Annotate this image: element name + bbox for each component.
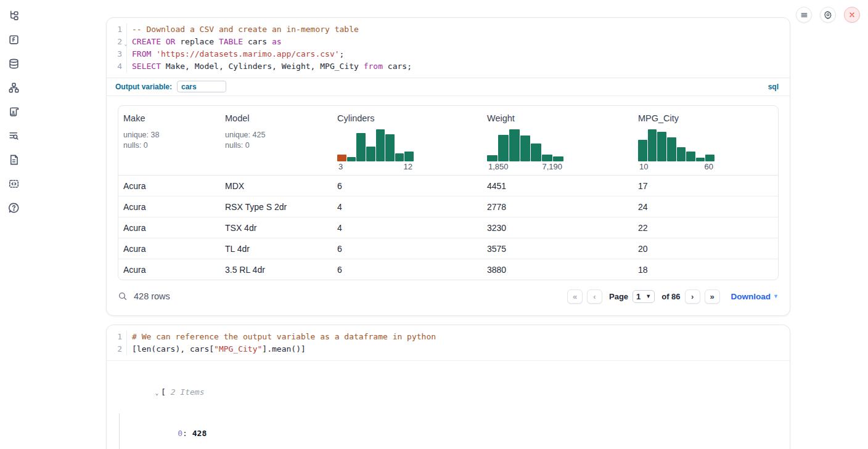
histogram-bar bbox=[404, 152, 414, 161]
histogram-bar bbox=[648, 129, 657, 161]
sql-comment: -- Download a CSV and create an in-memor… bbox=[132, 25, 359, 34]
axis-max-label: 7,190 bbox=[542, 162, 562, 171]
datasources-icon[interactable] bbox=[7, 57, 20, 70]
cell-make: Acura bbox=[118, 259, 220, 280]
sql-editor[interactable]: 1 -- Download a CSV and create an in-mem… bbox=[107, 18, 790, 78]
column-stat: nulls: 0 bbox=[225, 140, 327, 151]
axis-min-label: 3 bbox=[338, 162, 343, 171]
menu-button[interactable] bbox=[796, 7, 812, 23]
table-row[interactable]: Acura RSX Type S 2dr 4 2778 24 bbox=[118, 196, 778, 217]
sql-token: SELECT bbox=[132, 62, 166, 71]
cell-mpg-city: 18 bbox=[633, 259, 778, 280]
output-variable-input[interactable] bbox=[177, 81, 226, 92]
column-header-model[interactable]: Model unique: 425 nulls: 0 bbox=[220, 106, 332, 175]
language-badge: sql bbox=[768, 83, 779, 91]
histogram-bar bbox=[347, 157, 356, 161]
documentation-icon[interactable] bbox=[7, 153, 20, 166]
download-label: Download bbox=[731, 292, 771, 301]
sql-token: OR bbox=[166, 37, 180, 46]
help-icon[interactable] bbox=[7, 201, 20, 214]
cell-weight: 3230 bbox=[482, 217, 633, 238]
cell-cylinders: 6 bbox=[332, 259, 482, 280]
cell-model: TSX 4dr bbox=[220, 217, 332, 238]
cell-cylinders: 6 bbox=[332, 238, 482, 259]
column-header-make[interactable]: Make unique: 38 nulls: 0 bbox=[118, 106, 220, 175]
histogram-bar bbox=[553, 156, 563, 161]
table-row[interactable]: Acura TSX 4dr 4 3230 22 bbox=[118, 217, 778, 238]
column-label: Weight bbox=[487, 113, 628, 123]
mpg-city-histogram[interactable]: 10 60 bbox=[638, 129, 714, 171]
dependency-graph-icon[interactable] bbox=[7, 81, 20, 94]
table-row[interactable]: Acura 3.5 RL 4dr 6 3880 18 bbox=[118, 259, 778, 280]
sql-token: Make, Model, Cylinders, Weight, MPG_City bbox=[166, 62, 364, 71]
settings-button[interactable] bbox=[820, 7, 836, 23]
histogram-bar bbox=[385, 134, 395, 161]
cell-cylinders: 6 bbox=[332, 176, 482, 196]
cell-model: RSX Type S 2dr bbox=[220, 196, 332, 217]
column-header-mpg-city[interactable]: MPG_City 10 60 bbox=[633, 106, 778, 175]
sql-token: from bbox=[364, 62, 383, 71]
page-value: 1 bbox=[636, 292, 641, 301]
python-token: ].mean()] bbox=[262, 344, 305, 354]
sql-token: TABLE bbox=[219, 37, 248, 46]
output-variable-bar: Output variable: sql bbox=[107, 78, 790, 95]
weight-histogram[interactable]: 1,850 7,190 bbox=[487, 129, 563, 171]
cell-model: TL 4dr bbox=[220, 238, 332, 259]
histogram-bar bbox=[498, 135, 509, 161]
entry-separator: : bbox=[182, 429, 192, 438]
line-number: 2 bbox=[107, 343, 127, 355]
cylinders-histogram[interactable]: 3 12 bbox=[337, 129, 414, 171]
column-header-weight[interactable]: Weight 1,850 7,190 bbox=[482, 106, 633, 175]
pagination: « ‹ Page 1 ▼ of 86 › » bbox=[567, 289, 720, 304]
python-string: "MPG_City" bbox=[214, 344, 262, 354]
snippets-icon[interactable] bbox=[7, 177, 20, 190]
line-number: 4 bbox=[107, 60, 127, 73]
prev-page-button[interactable]: ‹ bbox=[587, 289, 602, 304]
cell-mpg-city: 20 bbox=[633, 238, 778, 259]
histogram-bar bbox=[395, 153, 404, 161]
next-page-button[interactable]: › bbox=[685, 289, 700, 304]
python-editor[interactable]: 1 # We can reference the output variable… bbox=[107, 325, 790, 360]
first-page-button[interactable]: « bbox=[567, 289, 583, 304]
histogram-bar bbox=[531, 144, 541, 161]
sql-token: FROM bbox=[132, 49, 156, 59]
entry-value: 428 bbox=[192, 429, 207, 438]
page-count-label: of 86 bbox=[661, 292, 680, 301]
file-explorer-icon[interactable] bbox=[7, 9, 20, 22]
logs-icon[interactable] bbox=[7, 129, 20, 142]
table-row[interactable]: Acura MDX 6 4451 17 bbox=[118, 176, 778, 196]
sql-output: Make unique: 38 nulls: 0 Model unique: 4… bbox=[107, 95, 790, 315]
scratchpad-icon[interactable] bbox=[7, 105, 20, 118]
histogram-bar bbox=[638, 140, 647, 161]
python-output-tree: ⌄[ 2 Items 0: 428 1: 20.060747663551403 … bbox=[107, 360, 790, 449]
table-row[interactable]: Acura TL 4dr 6 3575 20 bbox=[118, 238, 778, 259]
cell-weight: 2778 bbox=[482, 196, 633, 217]
search-icon[interactable] bbox=[118, 291, 128, 301]
cell-make: Acura bbox=[118, 217, 220, 238]
chevron-down-icon: ▼ bbox=[645, 293, 651, 299]
output-variable-label: Output variable: bbox=[115, 83, 172, 91]
bracket-open: [ bbox=[161, 387, 166, 397]
histogram-bar bbox=[356, 133, 366, 161]
cell-model: 3.5 RL 4dr bbox=[220, 259, 332, 280]
cell-make: Acura bbox=[118, 238, 220, 259]
column-label: MPG_City bbox=[638, 113, 773, 123]
histogram-bar bbox=[696, 158, 705, 161]
column-header-cylinders[interactable]: Cylinders 3 12 bbox=[332, 106, 482, 175]
shutdown-button[interactable] bbox=[844, 7, 860, 23]
tree-collapse-icon[interactable]: ⌄ bbox=[155, 390, 158, 396]
histogram-bar bbox=[487, 155, 497, 161]
histogram-bar bbox=[337, 155, 346, 161]
axis-min-label: 10 bbox=[639, 162, 648, 171]
table-footer: 428 rows « ‹ Page 1 ▼ of 86 › » Download… bbox=[118, 286, 779, 307]
page-select[interactable]: 1 ▼ bbox=[633, 290, 655, 303]
histogram-bar bbox=[705, 155, 714, 161]
cell-weight: 4451 bbox=[482, 176, 633, 196]
download-button[interactable]: Download ▼ bbox=[731, 292, 779, 301]
cell-cylinders: 4 bbox=[332, 196, 482, 217]
last-page-button[interactable]: » bbox=[705, 289, 720, 304]
python-cell: 1 # We can reference the output variable… bbox=[106, 325, 790, 449]
items-count: 2 Items bbox=[166, 387, 205, 397]
variables-icon[interactable] bbox=[7, 33, 20, 46]
chevron-down-icon: ▼ bbox=[773, 293, 779, 299]
